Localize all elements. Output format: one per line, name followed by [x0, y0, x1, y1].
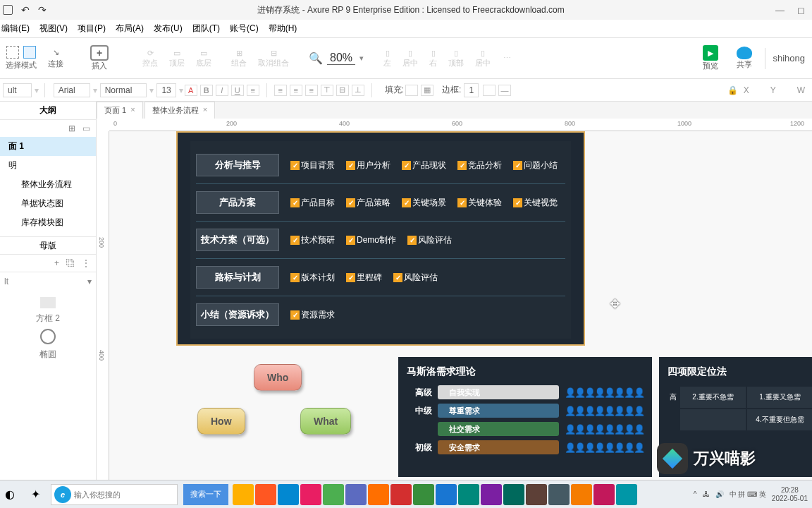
check-item[interactable]: ✓风险评估	[393, 272, 438, 284]
valign-top-button[interactable]: ⊤	[321, 85, 333, 96]
how-bubble[interactable]: How	[197, 408, 245, 435]
font-size[interactable]: 13	[156, 83, 176, 97]
taskbar-app-icon[interactable]	[593, 484, 615, 505]
save-icon[interactable]	[3, 5, 13, 15]
taskbar-app-icon[interactable]	[233, 484, 254, 505]
zoom-value[interactable]: 80%	[327, 52, 355, 65]
menu-project[interactable]: 项目(P)	[78, 23, 106, 35]
taskbar-app-icon[interactable]	[503, 484, 524, 505]
check-item[interactable]: ✓竞品分析	[457, 159, 502, 171]
menu-team[interactable]: 团队(T)	[192, 23, 220, 35]
style-preset[interactable]: ult	[3, 83, 32, 97]
check-item[interactable]: ✓问题小结	[513, 159, 558, 171]
more-icon[interactable]: ⋯	[503, 54, 511, 63]
taskbar-app-icon[interactable]	[345, 484, 367, 505]
align-center-button[interactable]: ≡	[290, 85, 302, 96]
taskbar-app-icon[interactable]	[526, 484, 547, 505]
valign-bot-button[interactable]: ⊥	[352, 85, 364, 96]
menu-edit[interactable]: 编辑(E)	[1, 23, 30, 35]
check-item[interactable]: ✓风险评估	[407, 234, 452, 246]
tree-item[interactable]: 库存模块图	[0, 213, 96, 232]
taskbar-app-icon[interactable]	[390, 484, 412, 505]
check-item[interactable]: ✓关键视觉	[513, 197, 558, 209]
tab-page1[interactable]: 页面 1×	[97, 102, 143, 119]
taskbar-app-icon[interactable]	[458, 484, 479, 505]
clock[interactable]: 20:28 2022-05-01	[772, 486, 808, 503]
italic-button[interactable]: I	[216, 85, 228, 96]
underline-button[interactable]: U	[231, 85, 244, 96]
tab-flow[interactable]: 整体业务流程×	[144, 102, 215, 119]
check-item[interactable]: ✓产品策略	[346, 197, 390, 209]
check-item[interactable]: ✓产品目标	[290, 197, 335, 209]
tree-item[interactable]: 单据状态图	[0, 194, 96, 213]
share-button[interactable]: 共享	[737, 47, 752, 70]
valign-mid-button[interactable]: ⊟	[336, 85, 349, 96]
list-button[interactable]: ≡	[247, 85, 259, 96]
taskbar-app-icon[interactable]	[255, 484, 276, 505]
font-weight[interactable]: Normal	[100, 83, 147, 97]
undo-icon[interactable]: ↶	[21, 4, 30, 16]
taskbar-app-icon[interactable]	[481, 484, 502, 505]
taskbar-app-icon[interactable]	[436, 484, 457, 505]
canvas-wrap[interactable]: 020040060080010001200 200400 分析与推导✓项目背景✓…	[97, 119, 812, 494]
check-item[interactable]: ✓关键场景	[402, 197, 446, 209]
border-color-button[interactable]	[483, 85, 496, 96]
border-width[interactable]: 1	[464, 83, 479, 97]
lock-icon[interactable]: 🔒	[727, 85, 738, 95]
menu-help[interactable]: 帮助(H)	[269, 23, 297, 35]
add-page-icon[interactable]: ⊞	[68, 123, 75, 133]
check-item[interactable]: ✓用户分析	[346, 159, 390, 171]
tray-chevron-icon[interactable]: ^	[694, 490, 697, 498]
connect-tool[interactable]: ↘ 连接	[48, 48, 63, 69]
border-style-button[interactable]: —	[498, 85, 511, 96]
taskbar-app-icon[interactable]	[413, 484, 434, 505]
master-search[interactable]: lt ▾	[0, 272, 96, 290]
taskbar-search[interactable]: e	[51, 484, 178, 505]
taskbar-app-icon[interactable]	[278, 484, 299, 505]
what-bubble[interactable]: What	[300, 408, 351, 435]
align-left-button[interactable]: ≡	[274, 85, 287, 96]
maximize-icon[interactable]: ◻	[797, 5, 805, 16]
more-master-icon[interactable]: ⋮	[82, 258, 90, 268]
menu-view[interactable]: 视图(V)	[39, 23, 68, 35]
insert-tool[interactable]: + 插入	[90, 45, 109, 71]
who-bubble[interactable]: Who	[254, 364, 302, 391]
shape-circle-icon[interactable]	[40, 329, 56, 344]
menu-account[interactable]: 账号(C)	[230, 23, 259, 35]
redo-icon[interactable]: ↷	[38, 4, 47, 16]
search-button[interactable]: 搜索一下	[183, 484, 228, 505]
search-input[interactable]	[74, 490, 177, 499]
tray-volume-icon[interactable]: 🔊	[715, 490, 724, 498]
minimize-icon[interactable]: —	[775, 5, 785, 16]
search-icon[interactable]: 🔍	[309, 52, 323, 65]
tree-item[interactable]: 明	[0, 156, 96, 175]
tree-item[interactable]: 整体业务流程	[0, 175, 96, 194]
font-color-button[interactable]: A	[185, 85, 197, 96]
check-item[interactable]: ✓版本计划	[290, 272, 335, 284]
tray-network-icon[interactable]: 🖧	[703, 490, 710, 498]
bold-button[interactable]: B	[200, 85, 213, 96]
close-icon[interactable]: ×	[203, 105, 207, 116]
check-item[interactable]: ✓项目背景	[290, 159, 335, 171]
tree-item[interactable]: 面 1	[0, 137, 96, 156]
select-mode-tool[interactable]: 选择模式	[6, 46, 37, 71]
copilot-icon[interactable]: ✦	[25, 485, 45, 504]
font-family[interactable]: Arial	[54, 83, 90, 97]
dup-master-icon[interactable]: ⿻	[66, 258, 75, 268]
canvas[interactable]: 分析与推导✓项目背景✓用户分析✓产品现状✓竞品分析✓问题小结产品方案✓产品目标✓…	[109, 131, 812, 494]
taskbar-app-icon[interactable]	[368, 484, 389, 505]
check-item[interactable]: ✓技术预研	[290, 234, 335, 246]
ime-indicator[interactable]: 中 拼 ⌨ 英	[730, 490, 766, 500]
check-item[interactable]: ✓里程碑	[346, 272, 382, 284]
taskbar-app-icon[interactable]	[323, 484, 344, 505]
check-item[interactable]: ✓产品现状	[402, 159, 446, 171]
chevron-down-icon[interactable]: ▾	[359, 54, 364, 63]
start-icon[interactable]: ◐	[0, 485, 20, 504]
fill-color-button[interactable]	[405, 85, 418, 96]
add-master-icon[interactable]: +	[54, 258, 59, 268]
add-folder-icon[interactable]: ▭	[82, 123, 90, 133]
check-item[interactable]: ✓资源需求	[290, 309, 335, 321]
taskbar-app-icon[interactable]	[571, 484, 592, 505]
taskbar-app-icon[interactable]	[616, 484, 637, 505]
check-item[interactable]: ✓Demo制作	[346, 234, 396, 246]
